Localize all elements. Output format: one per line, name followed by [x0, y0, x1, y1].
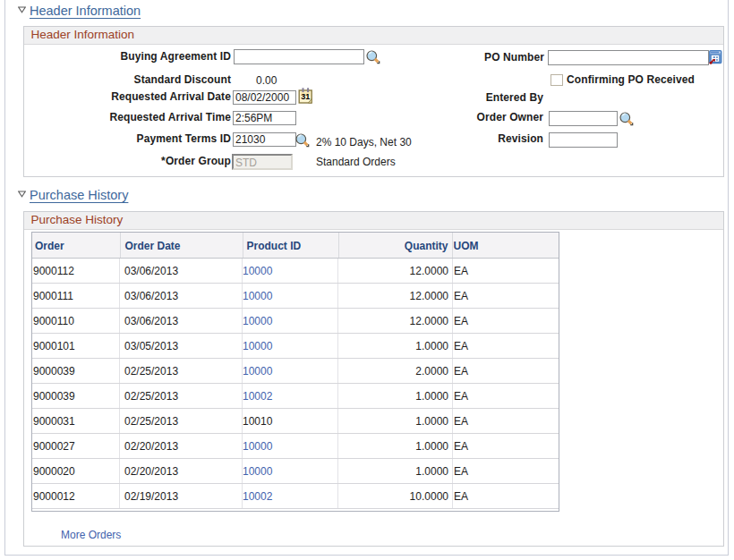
svg-text:31: 31	[301, 92, 310, 101]
